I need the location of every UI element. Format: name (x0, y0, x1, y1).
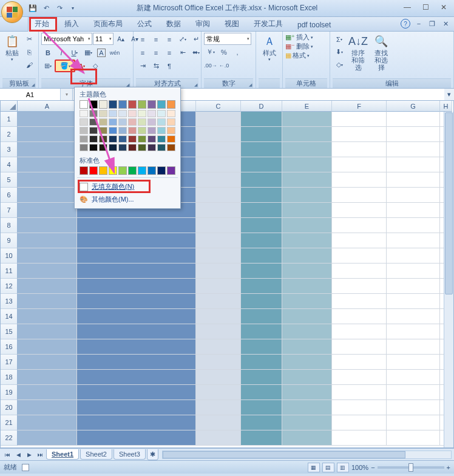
color-swatch[interactable] (109, 144, 117, 151)
cell[interactable] (18, 339, 77, 355)
cell[interactable] (332, 218, 387, 233)
currency-icon[interactable]: ￥▾ (204, 46, 217, 58)
row-header[interactable]: 13 (1, 294, 18, 309)
cell[interactable] (332, 370, 387, 385)
color-swatch[interactable] (89, 127, 98, 134)
bold-icon[interactable]: B (41, 46, 55, 59)
cell[interactable] (332, 264, 387, 279)
cell[interactable] (282, 188, 332, 203)
cell[interactable] (241, 430, 282, 446)
formula-expand-icon[interactable]: ▾ (444, 89, 454, 100)
color-swatch[interactable] (138, 135, 146, 143)
cell[interactable] (387, 415, 440, 430)
cell[interactable] (77, 294, 196, 309)
cell[interactable] (332, 142, 387, 157)
format-cells-icon[interactable]: ▦ (285, 52, 291, 59)
vertical-scrollbar[interactable] (444, 112, 453, 447)
color-swatch[interactable] (138, 110, 146, 117)
cell[interactable] (18, 385, 77, 400)
row-header[interactable]: 4 (1, 157, 18, 172)
cell[interactable] (282, 264, 332, 279)
font-size-combo[interactable]: 11▾ (93, 33, 114, 45)
cell[interactable] (196, 248, 241, 264)
color-swatch[interactable] (99, 110, 107, 117)
color-swatch[interactable] (118, 100, 127, 109)
tab-insert[interactable]: 插入 (58, 17, 85, 31)
cell[interactable] (18, 324, 77, 339)
cell[interactable] (332, 172, 387, 188)
cell[interactable] (196, 324, 241, 339)
horizontal-scrollbar[interactable] (162, 450, 452, 459)
cell[interactable] (387, 157, 440, 172)
color-swatch[interactable] (128, 100, 137, 109)
color-swatch[interactable] (147, 100, 156, 109)
cell[interactable] (332, 294, 387, 309)
cell[interactable] (77, 385, 196, 400)
paste-button[interactable]: 📋 粘贴 ▾ (2, 33, 21, 63)
color-swatch[interactable] (99, 166, 107, 175)
color-swatch[interactable] (80, 110, 88, 117)
cell[interactable] (241, 370, 282, 385)
cell[interactable] (18, 157, 77, 172)
no-fill-color-button[interactable]: 无填充颜色(N) (75, 180, 180, 193)
row-header[interactable]: 5 (1, 172, 18, 188)
row-header[interactable]: 2 (1, 127, 18, 142)
cell[interactable] (196, 233, 241, 248)
color-swatch[interactable] (167, 118, 175, 126)
autosum-icon[interactable]: Σ▾ (333, 33, 346, 46)
sheet-nav-next-icon[interactable]: ▶ (24, 450, 34, 460)
cell[interactable] (77, 400, 196, 415)
color-swatch[interactable] (157, 118, 166, 126)
cell[interactable] (18, 279, 77, 294)
cell[interactable] (18, 355, 77, 370)
color-swatch[interactable] (109, 127, 117, 134)
borders-dropdown-icon[interactable]: ⊞▾ (41, 59, 55, 72)
cell[interactable] (282, 355, 332, 370)
cell[interactable] (18, 172, 77, 188)
rtl-icon[interactable]: ¶ (163, 59, 176, 72)
color-swatch[interactable] (128, 135, 137, 143)
worksheet-grid[interactable]: ABCDEFGH 1234567891011121314151617181920… (0, 101, 454, 448)
color-swatch[interactable] (99, 135, 107, 143)
cell[interactable] (77, 355, 196, 370)
color-swatch[interactable] (99, 100, 107, 109)
cell[interactable] (18, 112, 77, 127)
color-swatch[interactable] (147, 127, 156, 134)
color-swatch[interactable] (99, 118, 107, 126)
cell[interactable] (241, 203, 282, 218)
cell[interactable] (241, 415, 282, 430)
row-header[interactable]: 15 (1, 324, 18, 339)
cell[interactable] (241, 188, 282, 203)
cell[interactable] (282, 400, 332, 415)
font-color-icon[interactable]: A▾ (75, 59, 89, 72)
minimize-button[interactable]: — (398, 1, 416, 13)
font-color-box-icon[interactable]: A (95, 46, 108, 59)
color-swatch[interactable] (118, 118, 127, 126)
color-swatch[interactable] (167, 144, 175, 151)
color-swatch[interactable] (157, 144, 166, 151)
align-center-icon[interactable]: ≡ (149, 46, 163, 59)
tab-pdf-toolset[interactable]: pdf toolset (291, 19, 337, 31)
cell[interactable] (196, 188, 241, 203)
color-swatch[interactable] (147, 118, 156, 126)
row-header[interactable]: 11 (1, 264, 18, 279)
sheet-tab-2[interactable]: Sheet2 (80, 449, 112, 460)
cell[interactable] (387, 400, 440, 415)
column-header-H[interactable]: H (440, 101, 452, 112)
cell[interactable] (196, 355, 241, 370)
cell[interactable] (241, 279, 282, 294)
tab-view[interactable]: 视图 (219, 17, 245, 31)
cell[interactable] (241, 112, 282, 127)
cell[interactable] (77, 279, 196, 294)
view-normal-icon[interactable]: ▦ (308, 463, 320, 472)
decrease-decimal-icon[interactable]: ←.0 (217, 59, 231, 72)
cell[interactable] (18, 203, 77, 218)
cell[interactable] (387, 248, 440, 264)
cell[interactable] (387, 264, 440, 279)
cell[interactable] (196, 203, 241, 218)
color-swatch[interactable] (118, 135, 127, 143)
phonetic-icon[interactable]: wén (108, 46, 121, 59)
zoom-in-icon[interactable]: + (447, 464, 450, 471)
color-swatch[interactable] (147, 166, 156, 175)
cell[interactable] (241, 172, 282, 188)
